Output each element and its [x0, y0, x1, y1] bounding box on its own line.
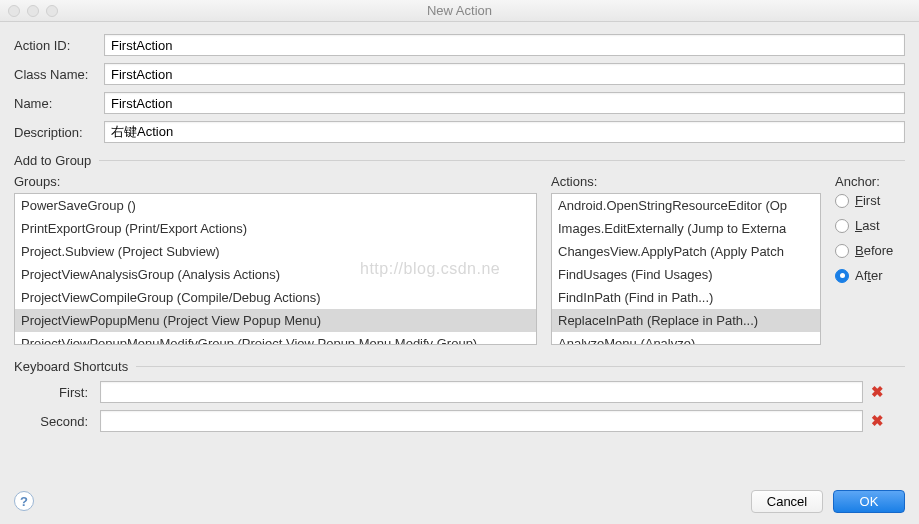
radio-label: Before: [855, 243, 893, 258]
name-input[interactable]: [104, 92, 905, 114]
radio-icon: [835, 194, 849, 208]
separator-line: [136, 366, 905, 367]
list-item[interactable]: Android.OpenStringResourceEditor (Op: [552, 194, 820, 217]
list-item[interactable]: FindInPath (Find in Path...): [552, 286, 820, 309]
name-label: Name:: [14, 96, 104, 111]
second-shortcut-label: Second:: [34, 414, 94, 429]
anchor-radio-before[interactable]: Before: [835, 243, 905, 258]
list-item[interactable]: ProjectViewPopupMenuModifyGroup (Project…: [15, 332, 536, 345]
radio-label: Last: [855, 218, 880, 233]
actions-listbox[interactable]: Android.OpenStringResourceEditor (OpImag…: [551, 193, 821, 345]
class-name-input[interactable]: [104, 63, 905, 85]
titlebar: New Action: [0, 0, 919, 22]
list-item[interactable]: ChangesView.ApplyPatch (Apply Patch: [552, 240, 820, 263]
radio-label: First: [855, 193, 880, 208]
anchor-radio-after[interactable]: After: [835, 268, 905, 283]
action-id-label: Action ID:: [14, 38, 104, 53]
list-item[interactable]: ProjectViewPopupMenu (Project View Popup…: [15, 309, 536, 332]
list-item[interactable]: Images.EditExternally (Jump to Externa: [552, 217, 820, 240]
class-name-label: Class Name:: [14, 67, 104, 82]
anchor-radio-last[interactable]: Last: [835, 218, 905, 233]
actions-label: Actions:: [551, 174, 821, 189]
list-item[interactable]: ReplaceInPath (Replace in Path...): [552, 309, 820, 332]
description-label: Description:: [14, 125, 104, 140]
list-item[interactable]: ProjectViewCompileGroup (Compile/Debug A…: [15, 286, 536, 309]
ok-button[interactable]: OK: [833, 490, 905, 513]
anchor-label: Anchor:: [835, 174, 905, 189]
list-item[interactable]: Project.Subview (Project Subview): [15, 240, 536, 263]
radio-icon: [835, 219, 849, 233]
list-item[interactable]: FindUsages (Find Usages): [552, 263, 820, 286]
groups-label: Groups:: [14, 174, 537, 189]
list-item[interactable]: PrintExportGroup (Print/Export Actions): [15, 217, 536, 240]
action-id-input[interactable]: [104, 34, 905, 56]
first-shortcut-label: First:: [34, 385, 94, 400]
radio-icon: [835, 244, 849, 258]
second-shortcut-input[interactable]: [100, 410, 863, 432]
help-icon[interactable]: ?: [14, 491, 34, 511]
cancel-button[interactable]: Cancel: [751, 490, 823, 513]
clear-second-shortcut-icon[interactable]: ✖: [869, 413, 885, 429]
groups-listbox[interactable]: PowerSaveGroup ()PrintExportGroup (Print…: [14, 193, 537, 345]
shortcuts-heading: Keyboard Shortcuts: [14, 359, 128, 374]
description-input[interactable]: [104, 121, 905, 143]
anchor-radio-first[interactable]: First: [835, 193, 905, 208]
add-to-group-heading: Add to Group: [14, 153, 91, 168]
radio-label: After: [855, 268, 882, 283]
first-shortcut-input[interactable]: [100, 381, 863, 403]
list-item[interactable]: ProjectViewAnalysisGroup (Analysis Actio…: [15, 263, 536, 286]
window-title: New Action: [0, 3, 919, 18]
radio-icon: [835, 269, 849, 283]
list-item[interactable]: AnalyzeMenu (Analyze): [552, 332, 820, 345]
clear-first-shortcut-icon[interactable]: ✖: [869, 384, 885, 400]
anchor-radio-group: FirstLastBeforeAfter: [835, 193, 905, 283]
dialog-footer: ? Cancel OK: [0, 478, 919, 524]
separator-line: [99, 160, 905, 161]
list-item[interactable]: PowerSaveGroup (): [15, 194, 536, 217]
